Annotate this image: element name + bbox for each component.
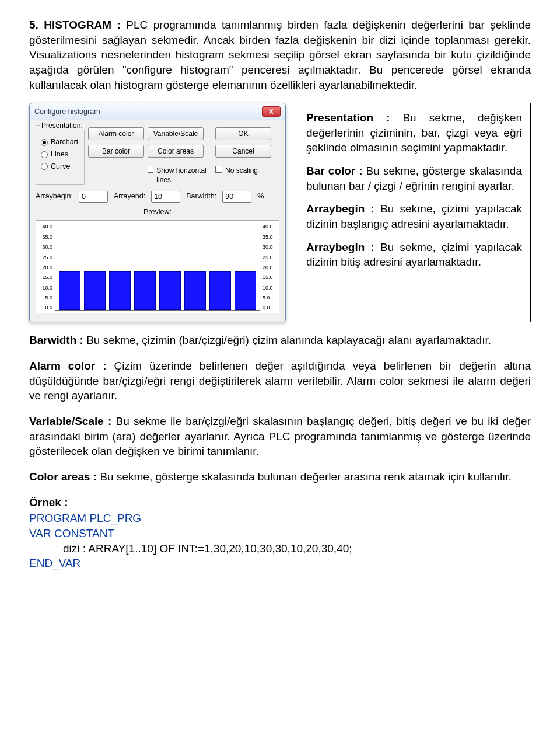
dialog-body: Presentation: Barchart Lines Curve <box>30 120 285 322</box>
tick: 20.0 <box>42 265 52 270</box>
histogram-title: 5. HISTOGRAM : <box>29 19 121 31</box>
checkbox-label: Show horizontal lines <box>156 166 212 184</box>
presentation-group: Presentation: Barchart Lines Curve <box>36 125 85 184</box>
checkbox-icon <box>148 166 153 173</box>
barwidth-text: Bu sekme, çizimin (bar/çizgi/eğri) çizim… <box>83 334 491 346</box>
barwidth-title: Barwidth : <box>29 334 83 346</box>
varscale-paragraph: Variable/Scale : Bu sekme ile bar/çizgi/… <box>29 414 531 459</box>
tick: 5.0 <box>45 295 52 301</box>
side-title: Arraybegin : <box>306 241 374 253</box>
tick: 10.0 <box>42 285 52 291</box>
example-title: Örnek : <box>29 495 531 510</box>
presentation-group-label: Presentation: <box>40 121 85 130</box>
tick: 30.0 <box>262 245 273 250</box>
radio-icon <box>41 163 48 170</box>
tick: 15.0 <box>262 275 273 280</box>
cancel-button[interactable]: Cancel <box>215 145 271 158</box>
side-title: Arraybegin : <box>306 203 374 215</box>
dialog-titlebar: Configure histogram X <box>30 103 285 120</box>
radio-lines[interactable]: Lines <box>41 149 79 159</box>
configure-histogram-dialog: Configure histogram X Presentation: Barc… <box>29 103 286 322</box>
bars-container <box>55 224 260 311</box>
colorareas-paragraph: Color areas : Bu sekme, gösterge skalası… <box>29 469 531 485</box>
barwidth-label: Barwidth: <box>186 191 216 201</box>
tick: 20.0 <box>262 265 273 270</box>
color-areas-button[interactable]: Color areas <box>148 145 204 158</box>
histogram-intro-paragraph: 5. HISTOGRAM : PLC programında tanımlanm… <box>29 18 531 92</box>
tick: 5.0 <box>262 295 270 301</box>
button-col-3: OK Cancel No scaling <box>215 125 279 184</box>
side-title: Bar color : <box>306 165 363 177</box>
checkbox-icon <box>215 166 222 173</box>
dialog-column: Configure histogram X Presentation: Barc… <box>29 103 286 322</box>
radio-label: Barchart <box>51 137 78 147</box>
ok-button[interactable]: OK <box>215 127 271 140</box>
tick: 15.0 <box>42 275 52 280</box>
arraybegin-input[interactable] <box>79 191 108 203</box>
tick: 0.0 <box>262 305 270 311</box>
no-scaling-checkbox[interactable]: No scaling <box>215 166 279 175</box>
barwidth-input[interactable] <box>222 191 251 203</box>
tick: 35.0 <box>262 235 273 240</box>
y-axis-right: 40.0 35.0 30.0 25.0 20.0 15.0 10.0 5.0 0… <box>260 224 275 311</box>
tick: 10.0 <box>262 285 273 291</box>
side-title: Presentation : <box>306 112 390 124</box>
dialog-and-side-row: Configure histogram X Presentation: Barc… <box>29 103 531 322</box>
radio-icon <box>41 139 48 146</box>
alarmcolor-paragraph: Alarm color : Çizim üzerinde belirlenen … <box>29 358 531 403</box>
bar <box>235 271 256 310</box>
button-col-2: Variable/Scale Color areas Show horizont… <box>148 125 212 184</box>
checkbox-label: No scaling <box>225 166 258 175</box>
example-line-2: VAR CONSTANT <box>29 526 531 541</box>
radio-curve[interactable]: Curve <box>41 162 79 172</box>
colorareas-title: Color areas : <box>29 471 97 483</box>
bar <box>209 271 231 310</box>
dialog-mid-row: Arraybegin: Arrayend: Barwidth: % <box>36 191 279 203</box>
arrayend-input[interactable] <box>151 191 180 203</box>
bar <box>84 271 106 310</box>
alarmcolor-title: Alarm color : <box>29 360 107 372</box>
dialog-top-row: Presentation: Barchart Lines Curve <box>36 125 279 184</box>
example-line-3: dizi : ARRAY[1..10] OF INT:=1,30,20,10,3… <box>29 541 531 556</box>
tick: 30.0 <box>42 245 52 250</box>
barwidth-paragraph: Barwidth : Bu sekme, çizimin (bar/çizgi/… <box>29 333 531 348</box>
bar-color-button[interactable]: Bar color <box>88 145 144 158</box>
side-definitions-box: Presentation : Bu sekme, değişken değerl… <box>298 103 531 322</box>
tick: 40.0 <box>42 224 52 229</box>
variable-scale-button[interactable]: Variable/Scale <box>148 127 204 140</box>
close-icon[interactable]: X <box>262 106 281 117</box>
dialog-title: Configure histogram <box>34 107 100 117</box>
arraybegin-label: Arraybegin: <box>36 191 73 201</box>
tick: 0.0 <box>45 305 52 311</box>
example-line-4: END_VAR <box>29 556 531 571</box>
arrayend-label: Arrayend: <box>114 191 145 201</box>
example-line-1: PROGRAM PLC_PRG <box>29 511 531 526</box>
tick: 25.0 <box>262 255 273 260</box>
tick: 35.0 <box>42 235 52 240</box>
percent-label: % <box>257 191 264 201</box>
radio-label: Curve <box>51 162 70 172</box>
varscale-title: Variable/Scale : <box>29 415 111 427</box>
example-block: Örnek : PROGRAM PLC_PRG VAR CONSTANT diz… <box>29 495 531 571</box>
bar <box>184 271 206 310</box>
bar <box>109 271 131 310</box>
preview-label: Preview: <box>36 207 279 217</box>
histogram-preview-chart: 40.0 35.0 30.0 25.0 20.0 15.0 10.0 5.0 0… <box>36 220 279 313</box>
colorareas-text: Bu sekme, gösterge skalasında bulunan de… <box>97 471 512 483</box>
show-horizontal-checkbox[interactable]: Show horizontal lines <box>148 166 212 184</box>
tick: 40.0 <box>262 224 273 229</box>
radio-label: Lines <box>51 149 68 159</box>
bar <box>134 271 156 310</box>
radio-icon <box>41 151 48 158</box>
alarm-color-button[interactable]: Alarm color <box>88 127 144 140</box>
button-col-1: Alarm color Bar color <box>88 125 144 184</box>
radio-barchart[interactable]: Barchart <box>41 137 79 147</box>
bar <box>159 271 181 310</box>
tick: 25.0 <box>42 255 52 260</box>
y-axis-left: 40.0 35.0 30.0 25.0 20.0 15.0 10.0 5.0 0… <box>40 224 55 311</box>
bar <box>59 271 80 310</box>
